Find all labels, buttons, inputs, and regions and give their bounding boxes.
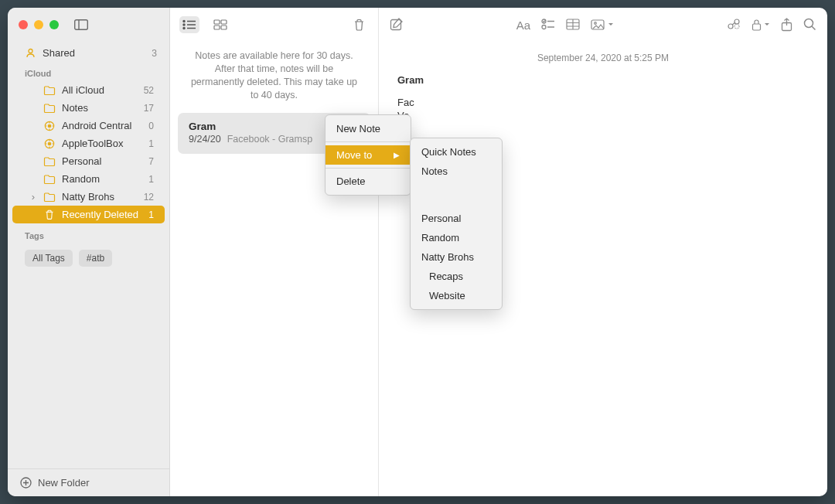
note-item-preview: Facebook - Gramsp — [227, 134, 312, 145]
sidebar-account-header: iCloud — [8, 61, 169, 81]
editor-content-lines: Fac Ve — [397, 97, 809, 121]
minimize-window-button[interactable] — [34, 20, 43, 29]
folder-icon — [43, 103, 56, 114]
svg-rect-26 — [214, 26, 220, 29]
new-folder-label: New Folder — [38, 477, 89, 489]
note-item-date: 9/24/20 — [189, 134, 221, 145]
share-icon[interactable] — [781, 18, 792, 32]
folder-label: Recently Deleted — [62, 209, 142, 220]
folder-count: 7 — [148, 156, 154, 167]
window-controls — [19, 20, 59, 29]
folder-icon — [43, 156, 56, 167]
ctx-dest-personal[interactable]: Personal — [411, 209, 502, 228]
ctx-dest-quick-notes[interactable]: Quick Notes — [411, 142, 502, 162]
tag-atb[interactable]: #atb — [79, 250, 112, 267]
lock-icon[interactable] — [752, 18, 770, 32]
svg-point-45 — [805, 19, 813, 28]
folder-label: Random — [62, 173, 142, 185]
context-menu: New Note Move to▶ Delete — [325, 114, 411, 196]
new-folder-button[interactable]: New Folder — [8, 468, 169, 496]
sidebar-folder-android-central[interactable]: Android Central0 — [12, 117, 165, 135]
ctx-dest-recaps[interactable]: Recaps — [411, 267, 502, 286]
sidebar-folder-appletoolbox[interactable]: AppleToolBox1 — [12, 135, 165, 152]
svg-rect-24 — [214, 20, 220, 24]
ctx-dest-website[interactable]: Website — [411, 286, 502, 305]
ctx-dest-notes[interactable]: Notes — [411, 162, 502, 181]
plus-circle-icon — [20, 477, 32, 489]
chevron-right-icon: ▶ — [394, 151, 400, 159]
folder-icon — [43, 121, 56, 131]
trash-icon[interactable] — [349, 16, 369, 33]
folder-count: 17 — [144, 103, 154, 114]
notes-toolbar — [170, 8, 378, 42]
folder-count: 52 — [144, 85, 154, 96]
svg-point-22 — [183, 28, 185, 29]
editor-toolbar: Aa — [379, 8, 827, 42]
sidebar: Shared 3 iCloud All iCloud52Notes17Andro… — [8, 8, 170, 496]
sidebar-folder-all-icloud[interactable]: All iCloud52 — [12, 81, 165, 99]
svg-point-18 — [183, 21, 185, 22]
svg-point-31 — [542, 25, 546, 29]
sidebar-folder-recently-deleted[interactable]: Recently Deleted1 — [12, 206, 165, 223]
svg-rect-43 — [753, 24, 761, 30]
media-icon[interactable] — [591, 19, 614, 32]
context-submenu: Quick Notes Notes Personal Random Natty … — [410, 138, 503, 310]
folder-count: 12 — [144, 192, 154, 203]
ctx-dest-random[interactable]: Random — [411, 228, 502, 247]
checklist-icon[interactable] — [541, 19, 555, 32]
titlebar — [8, 8, 169, 42]
deleted-notice: Notes are available here for 30 days. Af… — [170, 42, 378, 113]
folder-label: Notes — [62, 102, 138, 114]
format-text-icon[interactable]: Aa — [516, 19, 530, 32]
sidebar-folder-natty-brohs[interactable]: ›Natty Brohs12 — [12, 188, 165, 206]
search-icon[interactable] — [803, 18, 816, 32]
folder-count: 1 — [148, 138, 154, 149]
notes-list-column: Notes are available here for 30 days. Af… — [170, 8, 379, 496]
ctx-new-note[interactable]: New Note — [325, 119, 411, 138]
svg-point-41 — [734, 24, 739, 29]
list-view-button[interactable] — [179, 16, 199, 33]
link-icon[interactable] — [727, 18, 741, 32]
svg-point-2 — [29, 49, 32, 53]
folder-icon — [43, 174, 56, 185]
chevron-right-icon: › — [29, 191, 37, 203]
table-icon[interactable] — [566, 19, 580, 32]
ctx-dest-natty-brohs[interactable]: Natty Brohs — [411, 247, 502, 267]
person-icon — [25, 47, 36, 59]
sidebar-folder-personal[interactable]: Personal7 — [12, 152, 165, 170]
fullscreen-window-button[interactable] — [49, 20, 59, 29]
folder-count: 0 — [148, 121, 154, 131]
folder-label: AppleToolBox — [62, 138, 142, 149]
sidebar-folder-random[interactable]: Random1 — [12, 170, 165, 188]
folder-icon — [43, 209, 56, 220]
editor-title: Gram — [397, 74, 809, 86]
compose-icon[interactable] — [390, 18, 404, 32]
folder-label: Personal — [62, 155, 142, 167]
sidebar-folder-notes[interactable]: Notes17 — [12, 99, 165, 117]
editor-date: September 24, 2020 at 5:25 PM — [397, 53, 809, 63]
sidebar-shared[interactable]: Shared 3 — [8, 45, 169, 61]
gallery-view-button[interactable] — [210, 16, 230, 33]
svg-rect-25 — [221, 20, 227, 24]
svg-rect-27 — [221, 26, 227, 29]
sidebar-content: Shared 3 iCloud All iCloud52Notes17Andro… — [8, 42, 169, 468]
sidebar-shared-label: Shared — [43, 47, 75, 59]
ctx-delete[interactable]: Delete — [325, 172, 411, 191]
svg-line-46 — [812, 26, 816, 30]
svg-point-20 — [183, 24, 185, 26]
folder-label: Natty Brohs — [62, 191, 138, 203]
svg-point-10 — [48, 142, 51, 145]
tag-all[interactable]: All Tags — [25, 250, 73, 267]
svg-rect-0 — [75, 20, 88, 30]
folder-label: Android Central — [62, 120, 142, 131]
svg-line-42 — [732, 22, 735, 25]
sidebar-shared-count: 3 — [152, 48, 157, 59]
ctx-move-to[interactable]: Move to▶ — [325, 145, 411, 165]
sidebar-tags-header: Tags — [8, 223, 169, 243]
editor-body[interactable]: September 24, 2020 at 5:25 PM Gram Fac V… — [379, 42, 827, 131]
close-window-button[interactable] — [19, 20, 28, 29]
svg-point-40 — [734, 19, 739, 24]
svg-point-4 — [48, 124, 51, 128]
folder-count: 1 — [148, 174, 154, 185]
sidebar-toggle-icon[interactable] — [74, 19, 88, 30]
